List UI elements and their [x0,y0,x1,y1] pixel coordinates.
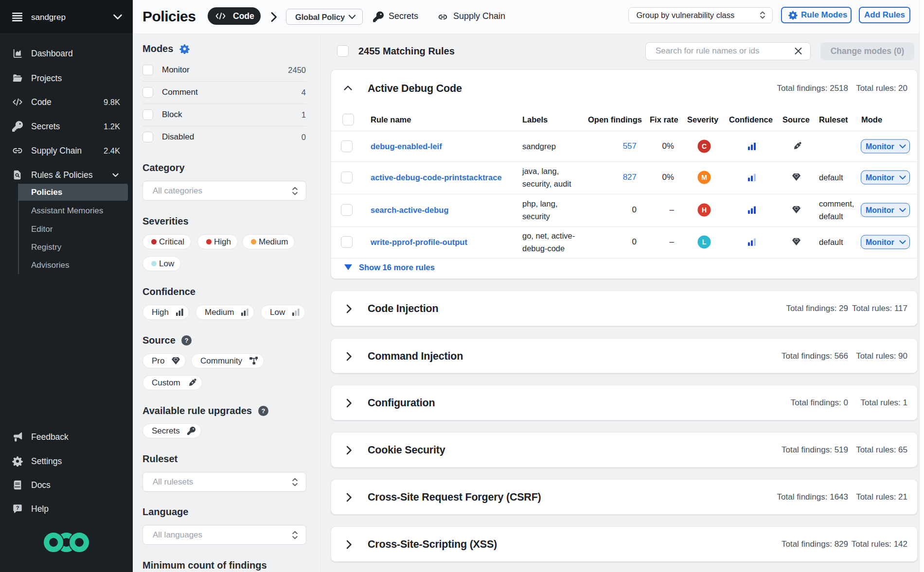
svg-text:?: ? [16,505,19,511]
svg-text:?: ? [262,407,266,415]
svg-text:?: ? [185,337,189,344]
